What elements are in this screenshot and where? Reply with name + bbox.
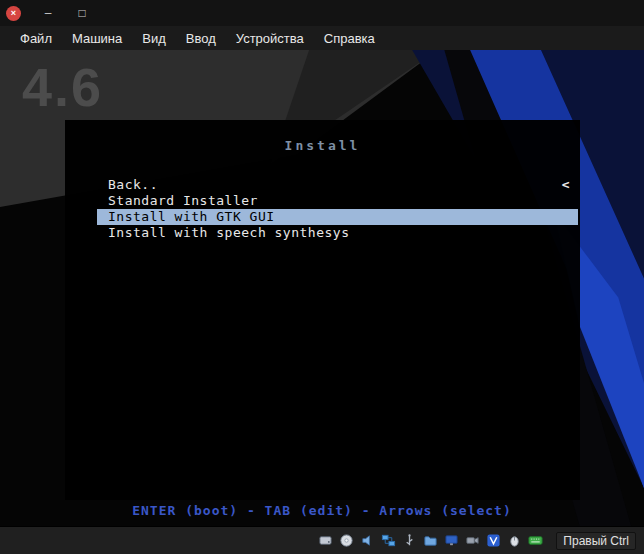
virtualbox-window: × – □ Файл Машина Вид Ввод Устройства Сп… bbox=[0, 0, 644, 554]
boot-entry[interactable]: Standard Installer bbox=[97, 193, 578, 209]
menu-item-view[interactable]: Вид bbox=[132, 29, 176, 48]
host-key-indicator: Правый Ctrl bbox=[556, 532, 636, 550]
hard-disk-icon[interactable] bbox=[317, 533, 333, 549]
close-button[interactable]: × bbox=[6, 6, 21, 21]
host-key-label: Правый Ctrl bbox=[563, 534, 629, 548]
boot-help-text: ENTER (boot) - TAB (edit) - Arrows (sele… bbox=[0, 503, 644, 518]
back-indicator-icon: < bbox=[562, 177, 570, 193]
recording-icon[interactable] bbox=[464, 533, 480, 549]
menu-item-help[interactable]: Справка bbox=[314, 29, 385, 48]
menu-item-devices[interactable]: Устройства bbox=[226, 29, 314, 48]
optical-drive-icon[interactable] bbox=[338, 533, 354, 549]
menu-item-file[interactable]: Файл bbox=[10, 29, 62, 48]
boot-entry-label: Standard Installer bbox=[108, 193, 258, 209]
features-icon[interactable] bbox=[485, 533, 501, 549]
maximize-icon: □ bbox=[78, 6, 85, 20]
boot-menu-title: Install bbox=[65, 138, 580, 153]
keyboard-icon[interactable] bbox=[527, 533, 543, 549]
maximize-button[interactable]: □ bbox=[75, 6, 89, 20]
boot-entry-label: Install with GTK GUI bbox=[108, 209, 275, 225]
close-icon: × bbox=[11, 9, 16, 18]
boot-entry[interactable]: Back.. < bbox=[97, 177, 578, 193]
minimize-button[interactable]: – bbox=[41, 6, 55, 20]
boot-entry[interactable]: Install with speech synthesys bbox=[97, 225, 578, 241]
boot-entry[interactable]: Install with GTK GUI bbox=[97, 209, 578, 225]
usb-icon[interactable] bbox=[401, 533, 417, 549]
statusbar: Правый Ctrl bbox=[0, 526, 644, 554]
boot-entry-list: Back.. < Standard Installer Install with… bbox=[97, 177, 578, 241]
vm-screen[interactable]: 4.6 Install Back.. < Standard Installer … bbox=[0, 50, 644, 526]
boot-entry-label: Back.. bbox=[108, 177, 158, 193]
mouse-icon[interactable] bbox=[506, 533, 522, 549]
menu-item-input[interactable]: Ввод bbox=[176, 29, 226, 48]
display-icon[interactable] bbox=[443, 533, 459, 549]
boot-entry-label: Install with speech synthesys bbox=[108, 225, 349, 241]
minimize-icon: – bbox=[45, 6, 52, 20]
version-text: 4.6 bbox=[22, 56, 103, 118]
menubar: Файл Машина Вид Ввод Устройства Справка bbox=[0, 26, 644, 50]
shared-folders-icon[interactable] bbox=[422, 533, 438, 549]
audio-icon[interactable] bbox=[359, 533, 375, 549]
titlebar[interactable]: × – □ bbox=[0, 0, 644, 26]
menu-item-machine[interactable]: Машина bbox=[62, 29, 132, 48]
network-icon[interactable] bbox=[380, 533, 396, 549]
boot-menu: Install Back.. < Standard Installer Inst… bbox=[65, 120, 580, 500]
